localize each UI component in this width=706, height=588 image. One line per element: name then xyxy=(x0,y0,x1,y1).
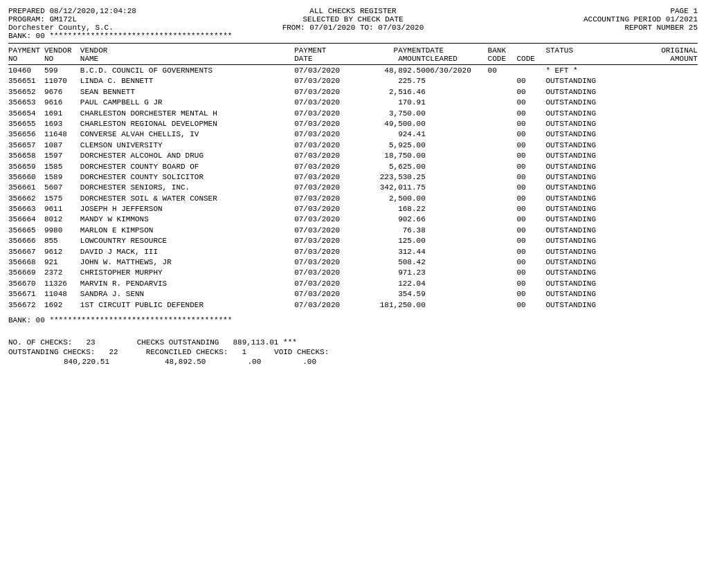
cell-vend-no: 1087 xyxy=(44,140,80,151)
cell-pay-amt: 223,530.25 xyxy=(356,172,426,183)
summary-row-2: OUTSTANDING CHECKS: 22 RECONCILED CHECKS… xyxy=(8,348,698,356)
cell-code: 00 xyxy=(517,194,546,204)
cell-status: * EFT * xyxy=(545,66,635,76)
cell-orig-amt xyxy=(635,204,698,214)
cell-code: 00 xyxy=(517,172,546,183)
cell-status: OUTSTANDING xyxy=(545,247,635,257)
report-header: PREPARED 08/12/2020,12:04:28 PROGRAM: GM… xyxy=(8,7,698,40)
bank-footer: BANK: 00 *******************************… xyxy=(8,316,698,324)
cell-orig-amt xyxy=(635,140,698,151)
cell-status: OUTSTANDING xyxy=(545,151,635,161)
cell-vend-no: 921 xyxy=(44,257,80,268)
cell-pay-date: 07/03/2020 xyxy=(294,140,356,151)
cell-date-cl xyxy=(426,87,488,98)
cell-vend-no: 1691 xyxy=(44,109,80,119)
cell-date-cl xyxy=(426,119,488,129)
cell-bank xyxy=(488,140,517,151)
cell-status: OUTSTANDING xyxy=(545,87,635,98)
cell-bank xyxy=(488,268,517,278)
cell-vend-no: 11070 xyxy=(44,76,80,86)
cell-code: 00 xyxy=(517,119,546,129)
void-checks-label: VOID CHECKS: xyxy=(274,348,329,356)
cell-date-cl xyxy=(426,257,488,268)
cell-pay-date: 07/03/2020 xyxy=(294,279,356,289)
col-header-orig-amt: ORIGINAL xyxy=(635,46,698,55)
cell-pay-no: 356664 xyxy=(8,214,44,225)
cell-pay-no: 356655 xyxy=(8,119,44,129)
cell-bank xyxy=(488,162,517,172)
col-header-pay-date: PAYMENT xyxy=(294,46,356,55)
cell-pay-no: 356672 xyxy=(8,300,44,311)
table-row: 356656 11648 CONVERSE ALVAH CHELLIS, IV … xyxy=(8,129,698,140)
date-range: FROM: 07/01/2020 TO: 07/03/2020 xyxy=(238,24,468,32)
cell-date-cl xyxy=(426,183,488,193)
table-row: 356651 11070 LINDA C. BENNETT 07/03/2020… xyxy=(8,76,698,86)
cell-code: 00 xyxy=(517,214,546,225)
cell-bank xyxy=(488,279,517,289)
col-header-payment-no2: NO xyxy=(8,55,44,63)
cell-status: OUTSTANDING xyxy=(545,214,635,225)
col-header-date-cl2: CLEARED xyxy=(426,55,488,63)
cell-vend-name: PAUL CAMPBELL G JR xyxy=(80,98,294,108)
cell-vend-name: MANDY W KIMMONS xyxy=(80,214,294,225)
cell-vend-no: 11648 xyxy=(44,129,80,140)
county-line: Dorchester County, S.C. xyxy=(8,24,238,32)
cell-vend-name: CHARLESTON REGIONAL DEVELOPMEN xyxy=(80,119,294,129)
cell-pay-date: 07/03/2020 xyxy=(294,247,356,257)
cell-vend-no: 5607 xyxy=(44,183,80,193)
cell-orig-amt xyxy=(635,76,698,86)
report-number: REPORT NUMBER 25 xyxy=(468,24,698,32)
cell-pay-no: 356667 xyxy=(8,247,44,257)
cell-pay-amt: 342,011.75 xyxy=(356,183,426,193)
table-row: 356665 9980 MARLON E KIMPSON 07/03/2020 … xyxy=(8,226,698,236)
cell-vend-name: CLEMSON UNIVERSITY xyxy=(80,140,294,151)
table-row: 356669 2372 CHRISTOPHER MURPHY 07/03/202… xyxy=(8,268,698,278)
cell-status: OUTSTANDING xyxy=(545,204,635,214)
cell-bank xyxy=(488,151,517,161)
cell-vend-no: 11326 xyxy=(44,279,80,289)
cell-vend-no: 1585 xyxy=(44,162,80,172)
no-of-checks-val: 23 xyxy=(86,338,95,347)
cell-bank xyxy=(488,289,517,300)
cell-orig-amt xyxy=(635,194,698,204)
cell-pay-no: 356654 xyxy=(8,109,44,119)
col-header-vendor-no2: NO xyxy=(44,55,80,63)
table-row: 356670 11326 MARVIN R. PENDARVIS 07/03/2… xyxy=(8,279,698,289)
page-number: PAGE 1 xyxy=(468,7,698,15)
cell-status: OUTSTANDING xyxy=(545,109,635,119)
cell-pay-date: 07/03/2020 xyxy=(294,214,356,225)
cell-pay-date: 07/03/2020 xyxy=(294,119,356,129)
cell-orig-amt xyxy=(635,257,698,268)
table-row: 356657 1087 CLEMSON UNIVERSITY 07/03/202… xyxy=(8,140,698,151)
cell-pay-date: 07/03/2020 xyxy=(294,183,356,193)
bank-footer-line: BANK: 00 *******************************… xyxy=(8,316,698,324)
cell-orig-amt xyxy=(635,119,698,129)
cell-vend-name: MARLON E KIMPSON xyxy=(80,226,294,236)
cell-orig-amt xyxy=(635,226,698,236)
cell-status: OUTSTANDING xyxy=(545,162,635,172)
summary-val2: 48,892.50 xyxy=(165,358,206,366)
cell-pay-amt: 5,925.00 xyxy=(356,140,426,151)
cell-pay-amt: 225.75 xyxy=(356,76,426,86)
cell-vend-no: 9676 xyxy=(44,87,80,98)
cell-date-cl xyxy=(426,268,488,278)
cell-bank xyxy=(488,247,517,257)
cell-code: 00 xyxy=(517,140,546,151)
cell-date-cl xyxy=(426,194,488,204)
table-row: 356671 11048 SANDRA J. SENN 07/03/2020 3… xyxy=(8,289,698,300)
cell-date-cl xyxy=(426,214,488,225)
checks-outstanding-label: CHECKS OUTSTANDING xyxy=(137,338,219,347)
cell-bank xyxy=(488,226,517,236)
cell-bank xyxy=(488,119,517,129)
cell-orig-amt xyxy=(635,98,698,108)
cell-status: OUTSTANDING xyxy=(545,289,635,300)
cell-code: 00 xyxy=(517,268,546,278)
cell-code: 00 xyxy=(517,300,546,311)
cell-pay-amt: 924.41 xyxy=(356,129,426,140)
col-header-status2 xyxy=(545,55,635,63)
cell-orig-amt xyxy=(635,109,698,119)
cell-vend-name: SEAN BENNETT xyxy=(80,87,294,98)
cell-pay-date: 07/03/2020 xyxy=(294,98,356,108)
report-title: ALL CHECKS REGISTER xyxy=(238,7,468,15)
cell-date-cl xyxy=(426,76,488,86)
